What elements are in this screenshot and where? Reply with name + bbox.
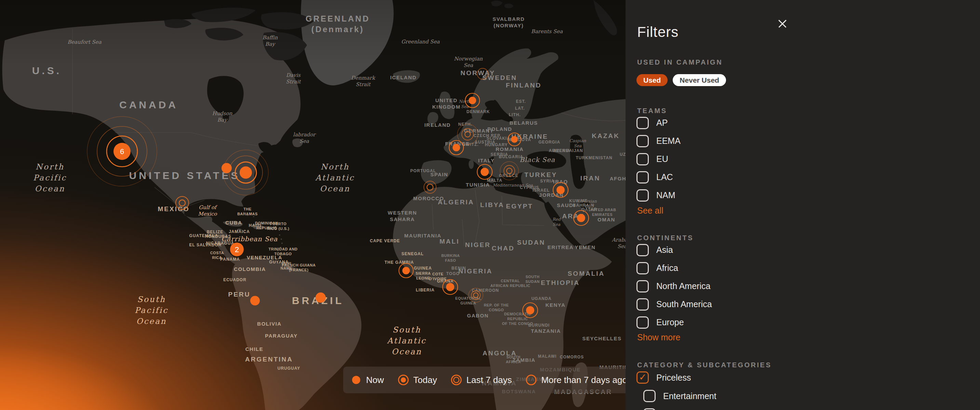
- checkbox-label-nam[interactable]: NAM: [656, 190, 675, 200]
- checkbox-eu[interactable]: [636, 153, 649, 165]
- map-marker[interactable]: [465, 93, 480, 108]
- checkbox-label-priceless[interactable]: Priceless: [656, 373, 691, 383]
- checkbox-label-north-america[interactable]: North America: [656, 281, 710, 291]
- map-cluster-marker[interactable]: 2: [230, 243, 244, 256]
- dot-in-ring-icon: [398, 374, 409, 386]
- category-checkbox-list: PricelessEntertainment: [636, 368, 973, 410]
- see-all-link[interactable]: See all: [637, 206, 663, 216]
- map-marker[interactable]: [449, 140, 463, 155]
- map-marker[interactable]: [553, 183, 568, 197]
- legend-item-today: Today: [398, 374, 437, 386]
- team-row-nam: NAM: [636, 186, 973, 204]
- map-marker[interactable]: [424, 181, 436, 193]
- show-more-link[interactable]: Show more: [637, 332, 680, 342]
- section-header-category: CATEGORY & SUBCATEGORIES: [637, 361, 772, 369]
- panel-title: Filters: [637, 24, 679, 40]
- filter-pill-never-used[interactable]: Never Used: [673, 74, 726, 86]
- continents-checkbox-list: AsiaAfricaNorth AmericaSouth AmericaEuro…: [636, 241, 973, 331]
- checkbox-label-eu[interactable]: EU: [656, 154, 668, 164]
- team-row-lac: LAC: [636, 168, 973, 186]
- checkbox-label-asia[interactable]: Asia: [656, 245, 673, 255]
- legend-label-last-7-days: Last 7 days: [466, 375, 512, 385]
- svg-text:2: 2: [235, 245, 239, 254]
- team-row-ap: AP: [636, 114, 973, 132]
- legend-label-today: Today: [413, 375, 437, 385]
- map-marker[interactable]: [477, 68, 488, 79]
- checkbox-ap[interactable]: [636, 117, 649, 129]
- checkbox-north-america[interactable]: [636, 280, 649, 292]
- team-row-eema: EEMA: [636, 132, 973, 150]
- continent-row-africa: Africa: [636, 259, 973, 277]
- checkbox-label-europe[interactable]: Europe: [656, 318, 684, 327]
- checkbox-lac[interactable]: [636, 171, 649, 183]
- checkbox-entertainment[interactable]: [643, 390, 655, 402]
- map-marker[interactable]: [176, 197, 189, 210]
- map-marker[interactable]: [500, 162, 519, 180]
- continent-row-south-america: South America: [636, 295, 973, 313]
- legend-label-more-than-7-days-ago: More than 7 days ago: [541, 375, 627, 385]
- filter-pill-used[interactable]: Used: [636, 74, 668, 86]
- ring-icon: [525, 374, 537, 386]
- section-header-used-in-campaign: USED IN CAMPAIGN: [637, 59, 722, 66]
- checkbox-label-south-america[interactable]: South America: [656, 299, 712, 309]
- close-icon[interactable]: [775, 16, 790, 31]
- category-row-item: [643, 405, 973, 410]
- checkbox-label-lac[interactable]: LAC: [656, 172, 673, 182]
- map-legend: NowTodayLast 7 daysMore than 7 days ago: [343, 367, 630, 393]
- checkbox-eema[interactable]: [636, 135, 649, 147]
- used-in-campaign-pills: UsedNever Used: [636, 74, 726, 86]
- checkbox-priceless[interactable]: [636, 371, 649, 384]
- legend-label-now: Now: [366, 375, 384, 385]
- continent-row-europe: Europe: [636, 313, 973, 331]
- filters-panel: Filters USED IN CAMPAIGN UsedNever Used …: [625, 0, 980, 410]
- filled-dot-icon: [350, 374, 362, 386]
- map-marker[interactable]: [477, 164, 492, 180]
- team-row-eu: EU: [636, 150, 973, 168]
- checkbox-south-america[interactable]: [636, 298, 649, 311]
- double-ring-icon: [450, 374, 462, 386]
- checkbox-label-ap[interactable]: AP: [656, 118, 668, 128]
- map-marker[interactable]: [315, 292, 326, 303]
- map-marker[interactable]: [523, 303, 538, 318]
- continent-row-north-america: North America: [636, 277, 973, 295]
- checkbox-item[interactable]: [643, 408, 655, 410]
- map-marker[interactable]: [443, 280, 458, 294]
- map-marker[interactable]: [469, 288, 483, 302]
- checkbox-label-africa[interactable]: Africa: [656, 263, 678, 273]
- checkbox-africa[interactable]: [636, 262, 649, 274]
- legend-item-last-7-days: Last 7 days: [450, 374, 512, 386]
- app-root: U.S.CANADAUNITED STATESGREENLAND (Denmar…: [0, 0, 980, 410]
- checkbox-asia[interactable]: [636, 244, 649, 256]
- map-marker[interactable]: [223, 150, 268, 195]
- map-marker[interactable]: [399, 264, 413, 278]
- checkbox-label-eema[interactable]: EEMA: [656, 136, 681, 146]
- checkbox-nam[interactable]: [636, 189, 649, 202]
- category-row-priceless: Priceless: [636, 368, 973, 387]
- checkbox-label-entertainment[interactable]: Entertainment: [663, 391, 716, 401]
- legend-item-now: Now: [350, 374, 384, 386]
- teams-checkbox-list: APEEMAEULACNAM: [636, 114, 973, 204]
- map-marker[interactable]: [250, 296, 260, 305]
- legend-item-more-than-7-days-ago: More than 7 days ago: [525, 374, 627, 386]
- map-marker[interactable]: [508, 133, 521, 146]
- category-row-entertainment: Entertainment: [643, 387, 973, 405]
- map-marker[interactable]: [574, 210, 589, 226]
- map-cluster-marker[interactable]: 6: [87, 116, 157, 186]
- continent-row-asia: Asia: [636, 241, 973, 259]
- svg-text:6: 6: [120, 147, 124, 156]
- checkbox-europe[interactable]: [636, 316, 649, 329]
